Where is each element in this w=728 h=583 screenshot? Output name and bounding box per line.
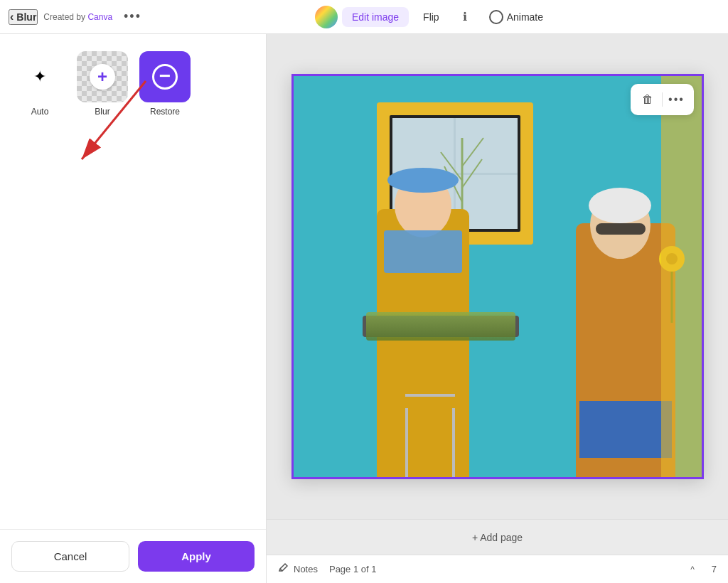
blur-plus-icon: + — [90, 64, 115, 90]
notes-icon — [278, 562, 289, 576]
restore-tool-label: Restore — [150, 107, 180, 117]
more-options-image-button[interactable]: ••• — [665, 88, 688, 111]
status-bar: Notes Page 1 of 1 ^ 7 — [267, 555, 728, 583]
right-wall-edge — [661, 74, 704, 479]
auto-icon: ✦ — [33, 68, 46, 86]
restore-minus-icon: − — [152, 64, 178, 90]
left-panel: ✦ Auto + Blur − Res — [0, 34, 267, 583]
topbar: ‹ Blur Created by Canva ••• Edit image F… — [0, 0, 728, 34]
flower-box-plants — [366, 312, 515, 341]
add-page-button[interactable]: + Add page — [472, 532, 523, 543]
zoom-info: 7 — [712, 564, 717, 574]
auto-tool-label: Auto — [31, 107, 49, 117]
more-icon: ••• — [668, 93, 685, 106]
collapse-button[interactable]: ^ — [690, 565, 695, 574]
panel-tools: ✦ Auto + Blur − Res — [0, 34, 266, 131]
animate-icon — [489, 10, 503, 24]
panel-spacer — [0, 259, 266, 529]
animate-button[interactable]: Animate — [481, 6, 552, 28]
canvas-scroll[interactable]: 🗑 ••• — [267, 34, 728, 519]
main-content: ✦ Auto + Blur − Res — [0, 34, 728, 583]
panel-bottom: Cancel Apply — [0, 529, 266, 583]
trash-icon: 🗑 — [642, 93, 653, 106]
back-button[interactable]: ‹ Blur — [9, 9, 38, 25]
notes-label: Notes — [294, 564, 318, 574]
flip-button[interactable]: Flip — [413, 7, 449, 27]
topbar-left: ‹ Blur Created by Canva ••• — [9, 9, 141, 25]
info-icon: ℹ — [463, 10, 467, 23]
auto-tool[interactable]: ✦ Auto — [14, 51, 65, 117]
auto-tool-icon-wrap: ✦ — [14, 51, 65, 102]
page-title: Blur — [16, 11, 36, 23]
notes-button[interactable]: Notes — [278, 562, 318, 576]
apply-button[interactable]: Apply — [138, 541, 255, 572]
brand-icon[interactable] — [315, 6, 338, 28]
page-info: Page 1 of 1 — [329, 564, 377, 574]
delete-button[interactable]: 🗑 — [636, 88, 659, 111]
toolbar-divider — [662, 92, 663, 107]
cancel-button[interactable]: Cancel — [11, 541, 129, 572]
restore-tool-icon-wrap: − — [139, 51, 191, 102]
created-by-label: Created by Canva — [43, 12, 112, 22]
canvas-page: 🗑 ••• — [291, 74, 704, 479]
more-options-button[interactable]: ••• — [124, 9, 141, 24]
collapse-icon: ^ — [690, 565, 695, 574]
canvas-image[interactable] — [291, 74, 704, 479]
canva-link[interactable]: Canva — [87, 12, 112, 22]
blur-tool-label: Blur — [95, 107, 109, 117]
arrow-annotation — [0, 131, 266, 259]
edit-image-button[interactable]: Edit image — [342, 7, 409, 27]
blur-tool-icon-wrap: + — [77, 51, 128, 102]
image-toolbar: 🗑 ••• — [631, 84, 694, 115]
walker — [405, 394, 455, 479]
blur-tool[interactable]: + Blur — [77, 51, 128, 117]
canvas-area: 🗑 ••• + Add page — [267, 34, 728, 583]
restore-tool[interactable]: − Restore — [139, 51, 191, 117]
add-page-bar: + Add page — [267, 519, 728, 555]
info-button[interactable]: ℹ — [454, 6, 476, 28]
topbar-center: Edit image Flip ℹ Animate — [315, 6, 552, 28]
back-icon: ‹ — [10, 11, 14, 23]
